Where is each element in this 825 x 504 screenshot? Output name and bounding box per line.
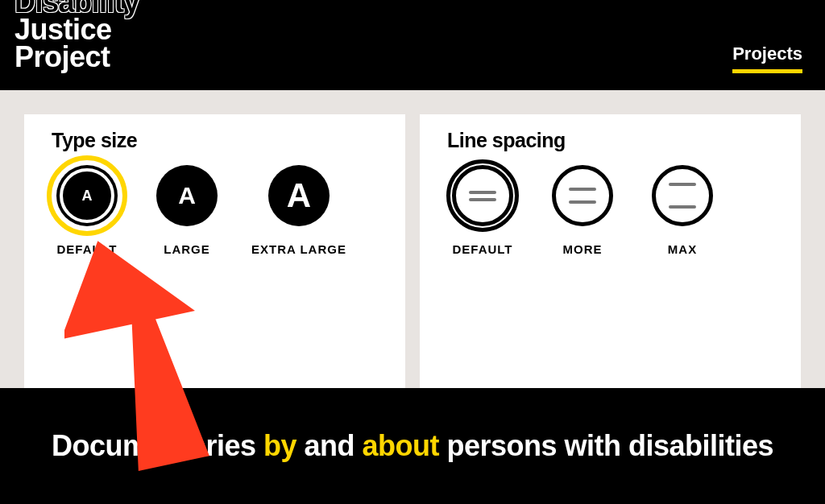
line-spacing-default-circle (447, 160, 518, 231)
line-spacing-options: DEFAULT MORE MAX (447, 160, 773, 256)
type-size-option-large[interactable]: A LARGE (151, 160, 222, 256)
tagline-part-2: and (296, 429, 363, 462)
type-size-default-circle: A (52, 160, 122, 231)
line-spacing-option-default[interactable]: DEFAULT (447, 160, 518, 256)
tagline-highlight-by: by (263, 429, 296, 462)
lines-icon (652, 165, 713, 226)
letter-a-icon: A (56, 165, 118, 226)
line-spacing-more-label: MORE (563, 242, 603, 256)
type-size-panel: Type size A DEFAULT A LARGE (24, 114, 405, 388)
line-spacing-max-circle (647, 160, 718, 231)
type-size-xl-circle: A (263, 160, 334, 231)
tagline-part-3: persons with disabilities (439, 429, 773, 462)
line-spacing-option-more[interactable]: MORE (547, 160, 618, 256)
line-spacing-title: Line spacing (447, 129, 773, 152)
tagline-band: Documentaries by and about persons with … (0, 388, 825, 504)
type-size-default-label: DEFAULT (56, 242, 117, 256)
type-size-large-label: LARGE (164, 242, 210, 256)
site-logo[interactable]: Disability Justice Project (15, 0, 139, 72)
type-size-option-extra-large[interactable]: A EXTRA LARGE (251, 160, 346, 256)
line-spacing-panel: Line spacing DEFAULT MORE (420, 114, 801, 388)
line-spacing-more-circle (547, 160, 618, 231)
tagline-highlight-about: about (363, 429, 439, 462)
type-size-large-circle: A (151, 160, 222, 231)
type-size-xl-label: EXTRA LARGE (251, 242, 346, 256)
accessibility-settings-band: Type size A DEFAULT A LARGE (0, 90, 825, 388)
type-size-options: A DEFAULT A LARGE A EX (52, 160, 378, 256)
logo-line-3: Project (15, 43, 139, 71)
type-size-title: Type size (52, 129, 378, 152)
line-spacing-max-label: MAX (668, 242, 697, 256)
nav-projects-link[interactable]: Projects (732, 43, 802, 73)
line-spacing-option-max[interactable]: MAX (647, 160, 718, 256)
site-header: Disability Justice Project Projects (0, 0, 825, 90)
letter-a-icon: A (268, 165, 330, 226)
tagline-part-1: Documentaries (52, 429, 263, 462)
logo-line-2: Justice (15, 16, 139, 43)
letter-a-icon: A (156, 165, 218, 226)
line-spacing-default-label: DEFAULT (452, 242, 512, 256)
lines-icon (552, 165, 613, 226)
type-size-option-default[interactable]: A DEFAULT (52, 160, 122, 256)
tagline-text: Documentaries by and about persons with … (52, 429, 773, 463)
lines-icon (452, 165, 513, 226)
